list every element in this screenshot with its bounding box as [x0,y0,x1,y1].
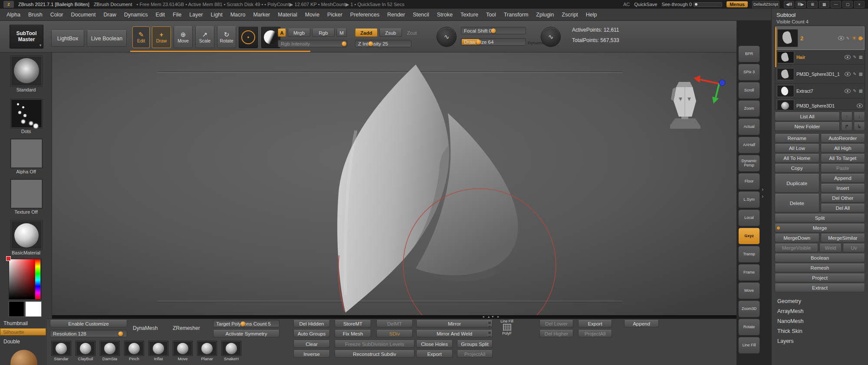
dynamesh-section-label[interactable]: DynaMesh [133,325,158,331]
mirror-button[interactable]: Mirror [416,320,493,327]
menu-item[interactable]: Document [67,9,100,20]
panel-collapse-arrow-top[interactable]: › [762,186,763,192]
live-boolean-button[interactable]: Live Boolean [87,30,127,47]
focal-shift-knob[interactable] [491,28,496,33]
menu-item[interactable]: Color [46,9,67,20]
menu-item[interactable]: Movie [301,9,323,20]
paint-icon[interactable]: ✎ [846,36,850,41]
mrgb-button[interactable]: Mrgb [288,29,310,37]
gear-icon[interactable]: ✳ [852,35,856,41]
list-all-button[interactable]: List All [775,112,840,121]
brush-shortcut[interactable]: ClayBuil [73,341,98,361]
subtool-up-button[interactable]: ↑ [841,112,852,121]
shelf-button[interactable]: Actual [738,118,760,135]
resolution-knob[interactable] [118,331,123,336]
menu-item[interactable]: Stroke [433,9,457,20]
move-out-folder-button[interactable]: ↳ [854,122,865,131]
all-low-button[interactable]: All Low [775,144,819,153]
enable-customize-button[interactable]: Enable Customize [50,320,127,327]
new-folder-button[interactable]: New Folder [775,122,840,131]
subtool-row[interactable]: Extract7 ✎ ▦ [775,84,865,98]
paint-icon[interactable]: ✎ [853,72,856,76]
subtool-thumbnail[interactable] [777,85,794,97]
project-all-button[interactable]: ProjectAll [457,350,493,358]
palette-section-header[interactable]: Geometry [775,297,865,306]
copy-button[interactable]: Copy [775,164,819,173]
visib-eye-icon[interactable] [845,72,851,76]
lightbox-button[interactable]: LightBox [51,30,84,47]
menu-item[interactable]: Transform [500,9,533,20]
shelf-button[interactable]: Rotate [738,319,760,336]
all-to-target-button[interactable]: All To Target [821,154,865,163]
main-color-swatch[interactable] [9,301,24,317]
shelf-button[interactable]: Zoom3D [738,300,760,317]
z-intensity-slider[interactable]: Z Intensity 25 [355,40,411,47]
subtool-panel-title[interactable]: Subtool [775,10,865,19]
menu-item[interactable]: Stencil [409,9,433,20]
shelf-button[interactable]: Line Fill [738,337,760,354]
merge-button[interactable]: Merge [775,224,865,232]
menu-item[interactable]: Macro [227,9,250,20]
projectall-button[interactable]: ProjectAll [578,330,612,337]
edit-button[interactable]: ✎ Edit [132,26,150,48]
move-to-folder-button[interactable]: ↱ [841,122,852,131]
double-label[interactable]: Double [3,339,20,345]
visib-eye-icon[interactable] [845,55,851,59]
mirror-and-weld-button[interactable]: Mirror And Weld [416,330,493,337]
menu-item[interactable]: Alpha [3,9,24,20]
menu-item[interactable]: Zscript [558,9,582,20]
m-button[interactable]: M [336,29,347,37]
menu-item[interactable]: Picker [323,9,346,20]
menu-item[interactable]: Preferences [346,9,383,20]
mirror-axis-toggles[interactable] [488,321,491,327]
menu-item[interactable]: Zplugin [532,9,558,20]
autoreorder-button[interactable]: AutoReorder [821,134,865,143]
paint-icon[interactable]: ✎ [853,55,856,59]
duplicate-button[interactable]: Duplicate [775,174,819,192]
draw-size-slider[interactable]: Draw Size 64 [461,38,526,46]
titlebar-icon[interactable]: ⊞ [807,1,818,8]
move-button[interactable]: ⊕ Move [174,26,193,48]
flame-icon[interactable] [858,36,863,41]
visib-eye-icon[interactable] [838,36,844,40]
current-brush-button[interactable] [239,26,258,48]
all-high-button[interactable]: All High [821,144,865,153]
document-canvas[interactable] [52,52,736,315]
subtool-row-selected[interactable]: 2 ✎ ✳ [775,26,865,50]
subtool-row[interactable]: Hair ✎ ▦ [775,50,865,65]
merge-down-button[interactable]: MergeDown [775,234,819,242]
dynamic-curve-knob[interactable]: ∿ [541,27,561,47]
subtool-thumbnail[interactable] [777,68,794,80]
weld-button[interactable]: Weld [819,244,842,252]
brush-shortcut[interactable]: Pinch [122,341,146,361]
del-higher-button[interactable]: Del Higher [539,330,573,337]
store-mt-button[interactable]: StoreMT [335,320,371,327]
brush-shortcut[interactable]: Move [171,341,195,361]
all-to-home-button[interactable]: All To Home [775,154,819,163]
subtool-scroll-indicator[interactable] [775,27,776,67]
current-stroke-thumbnail[interactable] [10,99,43,128]
palette-section-header[interactable]: Thick Skin [775,326,865,336]
project-button[interactable]: Project [775,274,865,282]
palette-section-header[interactable]: Layers [775,336,865,345]
paint-icon[interactable]: ✎ [853,88,856,93]
extract-button[interactable]: Extract [775,284,865,292]
rgb-button[interactable]: Rgb [312,29,335,37]
current-material-thumbnail[interactable] [10,220,43,250]
remesh-button[interactable]: Remesh [775,264,865,272]
rename-button[interactable]: Rename [775,134,819,143]
saturation-value-square[interactable] [9,259,35,299]
zsub-button[interactable]: Zsub [379,29,402,37]
canvas-nav-arrows[interactable]: ◄ ▲▼ ► [482,315,501,319]
subtool-master-button[interactable]: SubTool Master ▾ [10,24,43,49]
default-zscript-button[interactable]: DefaultZScript [752,1,779,8]
visib-eye-icon[interactable] [857,104,863,108]
brush-shortcut[interactable]: Planar [195,341,219,361]
titlebar-icon[interactable]: ▢ [842,1,853,8]
zremesher-section-label[interactable]: ZRemesher [173,325,200,331]
del-lower-button[interactable]: Del Lower [539,320,573,327]
menu-item[interactable]: File [169,9,185,20]
delete-button[interactable]: Delete [775,194,819,212]
close-holes-button[interactable]: Close Holes [416,340,453,348]
z-intensity-knob[interactable] [368,41,373,46]
